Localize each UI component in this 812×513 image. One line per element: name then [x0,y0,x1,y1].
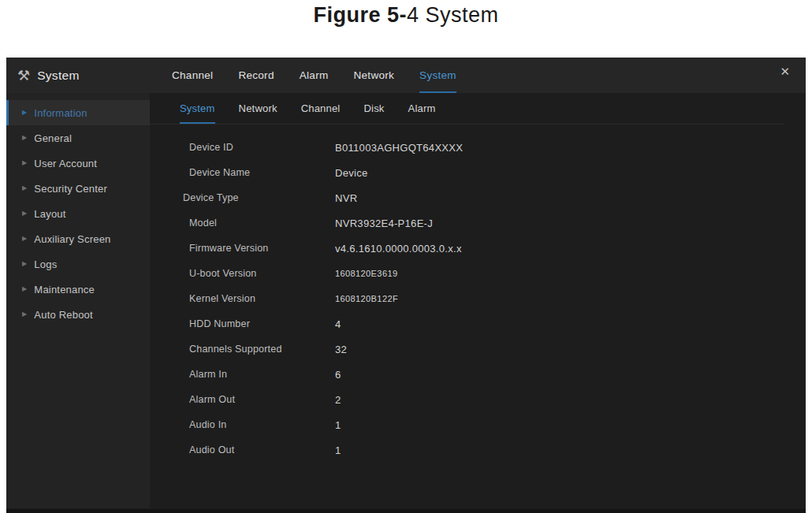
chevron-right-icon: ▶ [22,286,27,292]
field-value: 2 [335,394,341,406]
sidebar-item[interactable]: ▶ Auxiliary Screen [6,226,150,251]
info-field-row: Alarm In 6 [150,362,806,387]
chevron-right-icon: ▶ [22,210,27,217]
close-icon[interactable]: ✕ [780,65,790,77]
chevron-right-icon: ▶ [22,185,27,191]
sub-nav: System Network Channel Disk Alarm [150,93,784,125]
field-label: Alarm Out [150,394,335,405]
window-bottom-edge [6,509,806,513]
info-field-row: Firmware Version v4.6.1610.0000.0003.0.x… [150,236,806,261]
window-title-group: ⚒ System [17,69,164,83]
field-label: Device ID [150,142,335,153]
info-field-row: Audio Out 1 [150,437,806,463]
main-nav-tab-label: Alarm [300,69,329,81]
field-value: 1608120E3619 [335,269,397,278]
field-label: Model [150,217,335,229]
sidebar-item-label: Maintenance [34,284,95,296]
chevron-right-icon: ▶ [22,110,27,116]
window-title: System [37,69,79,83]
field-label: Channels Supported [150,344,335,355]
sub-nav-tab[interactable]: System [180,93,215,124]
field-label: Firmware Version [150,243,335,254]
system-info-fields: Device ID B011003AGHGQT64XXXX Device Nam… [150,125,806,463]
window-header: ⚒ System Channel Record Alarm Network Sy… [6,58,806,93]
field-value: B011003AGHGQT64XXXX [335,142,463,154]
field-label: Alarm In [150,369,335,380]
field-label: Audio Out [150,444,335,455]
info-field-row: U-boot Version 1608120E3619 [150,261,806,286]
field-value: Device [335,167,368,179]
field-label: Audio In [150,419,335,430]
field-value: 32 [335,344,347,355]
field-value: v4.6.1610.0000.0003.0.x.x [335,243,462,255]
field-value: 1 [335,419,341,431]
field-value: NVR [335,192,357,204]
chevron-right-icon: ▶ [22,261,27,267]
main-nav-tab-label: Channel [172,69,213,81]
sidebar-item[interactable]: ▶ Layout [6,201,150,226]
chevron-right-icon: ▶ [22,160,27,166]
sub-nav-tab-label: Network [239,102,277,114]
field-label: HDD Number [150,318,335,329]
sidebar-item[interactable]: ▶ General [6,125,150,151]
sidebar: ▶ Information ▶ General ▶ User Account ▶… [6,93,150,508]
chevron-right-icon: ▶ [22,236,27,242]
figure-caption-number: Figure 5- [313,3,407,27]
sidebar-item-label: Logs [34,258,57,270]
sub-nav-tab[interactable]: Disk [363,93,384,124]
main-nav-tab[interactable]: Network [353,58,394,93]
info-field-row: Device Type NVR [150,185,806,210]
figure-caption: Figure 5-4 System [0,0,812,28]
main-nav-tab-label: Network [353,69,394,81]
info-field-row: Channels Supported 32 [150,336,806,362]
sidebar-item[interactable]: ▶ Auto Reboot [6,302,150,327]
info-field-row: HDD Number 4 [150,311,806,336]
tools-icon: ⚒ [17,69,30,83]
main-nav: Channel Record Alarm Network System [172,58,456,93]
sub-nav-tab[interactable]: Alarm [408,93,436,124]
chevron-right-icon: ▶ [22,135,27,141]
field-label: Device Type [150,192,335,203]
sidebar-item-label: Information [34,107,87,119]
sub-nav-tab-label: System [180,102,215,114]
sub-nav-tab-label: Alarm [408,102,436,114]
sidebar-item-label: User Account [34,158,97,169]
sidebar-item[interactable]: ▶ Logs [6,251,150,277]
field-value: 4 [335,318,341,330]
main-nav-tab[interactable]: System [419,58,456,93]
sub-nav-tab[interactable]: Channel [301,93,341,124]
sidebar-item-label: Auto Reboot [34,309,92,321]
sidebar-item-label: Security Center [34,183,107,195]
sidebar-item[interactable]: ▶ Information [6,100,150,125]
content-panel: System Network Channel Disk Alarm Device… [150,93,806,508]
sidebar-item-label: Layout [34,208,65,220]
info-field-row: Alarm Out 2 [150,387,806,412]
window-body: ▶ Information ▶ General ▶ User Account ▶… [6,93,806,508]
system-settings-window: ⚒ System Channel Record Alarm Network Sy… [6,58,806,513]
field-value: 6 [335,369,341,381]
field-label: U-boot Version [150,268,335,279]
sidebar-item-label: Auxiliary Screen [34,233,110,245]
chevron-right-icon: ▶ [22,311,27,318]
main-nav-tab[interactable]: Alarm [300,58,329,93]
info-field-row: Device Name Device [150,160,806,185]
field-value: NVR3932E4-P16E-J [335,217,433,229]
field-label: Kernel Version [150,293,335,304]
sub-nav-tab[interactable]: Network [239,93,277,124]
field-value: 1 [335,444,341,456]
info-field-row: Model NVR3932E4-P16E-J [150,210,806,236]
sidebar-item[interactable]: ▶ User Account [6,151,150,176]
info-field-row: Audio In 1 [150,412,806,437]
sidebar-item-label: General [34,132,72,144]
sidebar-item[interactable]: ▶ Maintenance [6,277,150,302]
sidebar-item[interactable]: ▶ Security Center [6,176,150,201]
sub-nav-tab-label: Channel [301,102,341,114]
main-nav-tab[interactable]: Channel [172,58,213,93]
sub-nav-tab-label: Disk [363,102,384,114]
main-nav-tab-label: Record [238,69,274,81]
figure-caption-title: 4 System [407,3,499,27]
main-nav-tab-label: System [419,69,456,81]
main-nav-tab[interactable]: Record [238,58,274,93]
info-field-row: Device ID B011003AGHGQT64XXXX [150,135,806,160]
field-label: Device Name [150,167,335,178]
